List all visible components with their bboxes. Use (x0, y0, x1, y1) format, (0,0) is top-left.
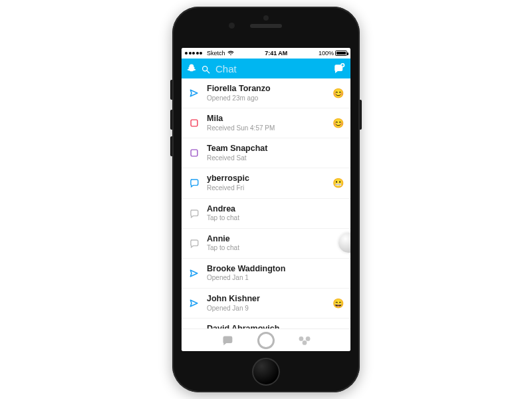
chat-name: Mila (207, 114, 326, 124)
chat-status: Received Sat (207, 154, 327, 163)
square-red-icon (188, 118, 200, 128)
chat-blue-icon (188, 178, 200, 188)
snapchat-ghost-icon[interactable] (187, 64, 196, 74)
chat-name: Team Snapchat (207, 144, 327, 154)
chat-status: Opened Jan 1 (207, 274, 327, 283)
chat-status: Received Fri (207, 184, 326, 193)
clock-label: 7:41 AM (234, 50, 319, 57)
chat-name: Andrea (207, 204, 327, 215)
chat-row[interactable]: John KishnerOpened Jan 9😄 (182, 289, 350, 319)
chat-row[interactable]: AndreaTap to chat (182, 199, 350, 229)
search-icon[interactable] (201, 65, 210, 73)
phone-frame: Sketch 7:41 AM 100% Chat (172, 7, 360, 392)
chat-row[interactable]: David AbramovichOpened Jan 1 (182, 319, 350, 329)
svg-point-8 (306, 336, 311, 341)
chat-list[interactable]: Fiorella ToranzoOpened 23m ago😊MilaRecei… (182, 78, 350, 329)
battery-pct-label: 100% (319, 50, 334, 57)
svg-point-7 (299, 336, 304, 341)
streak-emoji: 😊 (332, 118, 344, 128)
chat-row[interactable]: MilaReceived Sun 4:57 PM😊 (182, 108, 350, 138)
svg-line-1 (207, 70, 209, 73)
chat-status: Opened 23m ago (207, 94, 326, 103)
nav-chat-button[interactable] (219, 332, 236, 349)
front-camera (229, 23, 235, 29)
chat-grey-icon (188, 208, 200, 219)
page-title: Chat (215, 63, 328, 74)
chat-row[interactable]: AnnieTap to chat (182, 229, 350, 259)
chat-status: Tap to chat (207, 244, 327, 253)
sent-open-blue-icon (188, 88, 200, 98)
new-chat-icon[interactable] (333, 63, 345, 74)
svg-rect-6 (191, 150, 198, 156)
chat-name: David Abramovich (207, 324, 327, 329)
signal-dots-icon (185, 52, 202, 55)
streak-emoji: 😄 (332, 298, 344, 309)
chat-row[interactable]: Brooke WaddingtonOpened Jan 1 (182, 259, 350, 289)
chat-name: Annie (207, 234, 327, 245)
chat-status: Received Sun 4:57 PM (207, 124, 326, 133)
chat-header: Chat (182, 59, 350, 78)
home-button[interactable] (252, 358, 280, 386)
sent-open-blue-icon (188, 268, 200, 279)
chat-name: Brooke Waddington (207, 264, 327, 275)
chat-name: John Kishner (207, 294, 326, 305)
streak-emoji: 😬 (332, 178, 344, 188)
battery-icon (335, 51, 347, 56)
nav-camera-button[interactable] (257, 332, 275, 349)
bottom-nav (182, 329, 350, 351)
chat-status: Tap to chat (207, 214, 327, 223)
shutter-icon (257, 332, 275, 349)
prox-sensor (263, 15, 269, 21)
square-purple-icon (188, 148, 200, 158)
chat-grey-icon (188, 238, 200, 249)
nav-stories-button[interactable] (296, 332, 313, 349)
screen: Sketch 7:41 AM 100% Chat (182, 48, 350, 351)
svg-rect-5 (191, 120, 198, 126)
chat-name: yberrospic (207, 174, 326, 184)
status-bar: Sketch 7:41 AM 100% (182, 48, 350, 59)
sent-open-blue-icon (188, 298, 200, 309)
carrier-label: Sketch (207, 50, 225, 57)
chat-row[interactable]: Fiorella ToranzoOpened 23m ago😊 (182, 78, 350, 108)
earpiece (250, 24, 282, 28)
chat-row[interactable]: yberrospicReceived Fri😬 (182, 168, 350, 198)
streak-emoji: 😊 (332, 88, 344, 98)
wifi-icon (227, 51, 234, 56)
chat-row[interactable]: Team SnapchatReceived Sat (182, 138, 350, 168)
svg-point-9 (303, 340, 307, 345)
chat-name: Fiorella Toranzo (207, 84, 326, 94)
chat-status: Opened Jan 9 (207, 305, 326, 313)
